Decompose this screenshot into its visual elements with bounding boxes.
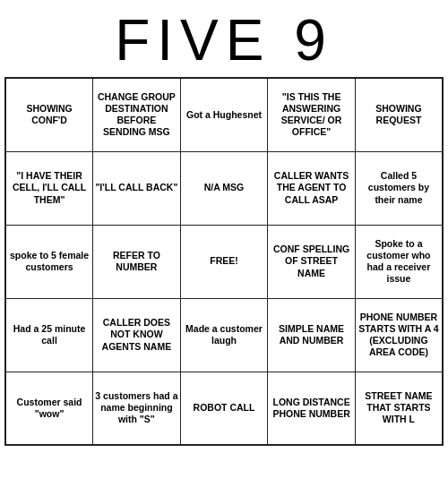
cell-r2-c0: spoke to 5 female customers (5, 225, 93, 298)
cell-r0-c1: CHANGE GROUP DESTINATION BEFORE SENDING … (93, 78, 181, 151)
cell-r2-c2: FREE! (180, 225, 268, 298)
cell-r0-c4: SHOWING REQUEST (355, 78, 443, 151)
cell-r4-c2: ROBOT CALL (180, 372, 268, 445)
page-title: FIVE 9 (0, 0, 448, 77)
bingo-board: SHOWING CONF'DCHANGE GROUP DESTINATION B… (4, 77, 444, 446)
cell-r4-c1: 3 customers had a name beginning with "S… (93, 372, 181, 445)
cell-r2-c4: Spoke to a customer who had a receiver i… (355, 225, 443, 298)
cell-r3-c4: PHONE NUMBER STARTS WITH A 4 (EXCLUDING … (355, 298, 443, 372)
cell-r1-c1: "I'LL CALL BACK" (93, 151, 181, 225)
cell-r3-c3: SIMPLE NAME AND NUMBER (268, 298, 356, 372)
cell-r1-c4: Called 5 customers by their name (355, 151, 443, 225)
cell-r3-c2: Made a customer laugh (180, 298, 268, 372)
cell-r0-c3: "IS THIS THE ANSWERING SERVICE/ OR OFFIC… (268, 78, 356, 151)
cell-r3-c0: Had a 25 minute call (5, 298, 93, 372)
cell-r4-c3: LONG DISTANCE PHONE NUMBER (268, 372, 356, 445)
cell-r0-c2: Got a Hughesnet (180, 78, 268, 151)
cell-r3-c1: CALLER DOES NOT KNOW AGENTS NAME (93, 298, 181, 372)
cell-r1-c3: CALLER WANTS THE AGENT TO CALL ASAP (268, 151, 356, 225)
cell-r2-c3: CONF SPELLING OF STREET NAME (268, 225, 356, 298)
cell-r4-c4: STREET NAME THAT STARTS WITH L (355, 372, 443, 445)
cell-r2-c1: REFER TO NUMBER (93, 225, 181, 298)
cell-r1-c2: N/A MSG (180, 151, 268, 225)
cell-r4-c0: Customer said "wow" (5, 372, 93, 445)
cell-r1-c0: "I HAVE THEIR CELL, I'LL CALL THEM" (5, 151, 93, 225)
cell-r0-c0: SHOWING CONF'D (5, 78, 93, 151)
